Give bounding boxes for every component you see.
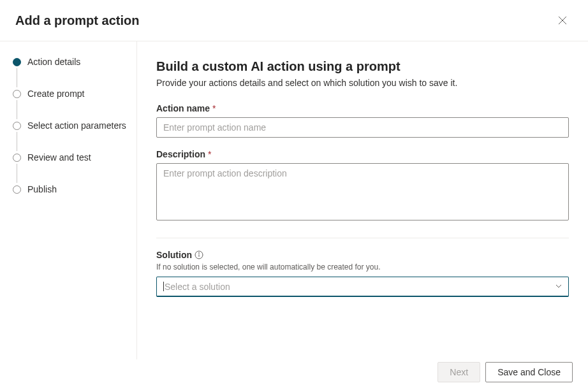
step-label: Publish [27, 184, 57, 194]
step-label: Select action parameters [27, 120, 126, 131]
main-content: Build a custom AI action using a prompt … [137, 41, 588, 359]
step-publish[interactable]: Publish [13, 184, 129, 194]
step-label: Review and test [27, 152, 91, 162]
solution-select-placeholder: Select a solution [165, 282, 230, 292]
description-label: Description * [156, 149, 569, 159]
step-indicator-icon [13, 122, 21, 130]
step-indicator-icon [13, 90, 21, 98]
dialog-footer: Next Save and Close [138, 354, 588, 390]
description-input[interactable] [156, 163, 569, 220]
action-name-input[interactable] [156, 117, 569, 138]
step-indicator-icon [13, 58, 21, 66]
step-label: Create prompt [27, 89, 84, 99]
step-label: Action details [27, 57, 80, 67]
step-review-and-test[interactable]: Review and test [13, 152, 129, 184]
dialog-title: Add a prompt action [15, 13, 139, 28]
step-indicator-icon [13, 154, 21, 162]
text-cursor-icon [163, 282, 164, 291]
section-divider [156, 238, 569, 238]
steps-sidebar: Action details Create prompt Select acti… [0, 41, 137, 359]
step-indicator-icon [13, 185, 21, 194]
solution-select-wrap: Select a solution [156, 277, 569, 297]
svg-point-4 [199, 253, 200, 254]
description-field: Description * [156, 149, 569, 222]
step-action-details[interactable]: Action details [13, 57, 129, 89]
dialog-body: Action details Create prompt Select acti… [0, 41, 588, 359]
page-subtitle: Provide your actions details and select … [156, 78, 569, 88]
save-and-close-button[interactable]: Save and Close [485, 362, 573, 382]
action-name-label: Action name * [156, 103, 569, 113]
required-mark: * [208, 149, 211, 159]
solution-help-text: If no solution is selected, one will aut… [156, 263, 569, 271]
step-create-prompt[interactable]: Create prompt [13, 89, 129, 120]
info-icon[interactable] [195, 250, 203, 259]
steps-list: Action details Create prompt Select acti… [13, 57, 129, 194]
solution-select[interactable]: Select a solution [156, 277, 569, 297]
solution-field: Solution If no solution is selected, one… [156, 250, 569, 297]
next-button[interactable]: Next [437, 362, 480, 382]
required-mark: * [212, 103, 216, 113]
solution-label: Solution [156, 250, 569, 260]
close-button[interactable] [552, 10, 573, 31]
close-icon [558, 16, 567, 25]
page-title: Build a custom AI action using a prompt [156, 59, 569, 74]
action-name-field: Action name * [156, 103, 569, 138]
step-select-action-parameters[interactable]: Select action parameters [13, 120, 129, 152]
dialog-header: Add a prompt action [0, 0, 588, 41]
